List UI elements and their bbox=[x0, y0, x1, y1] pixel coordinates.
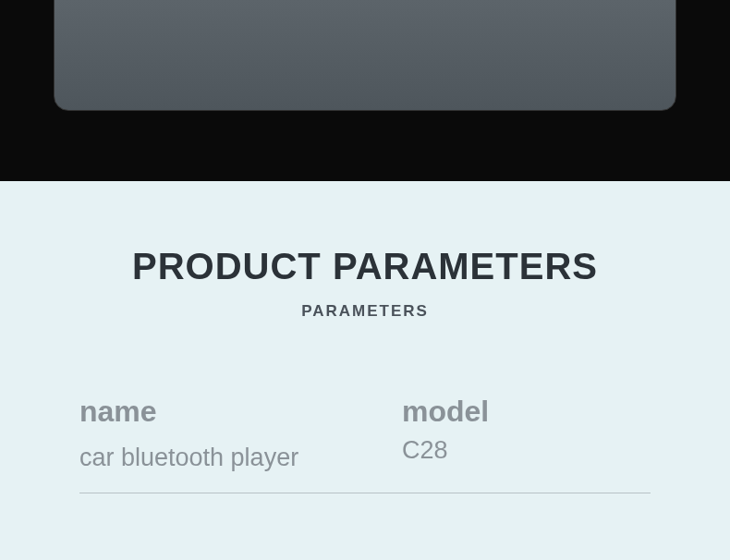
params-table: name car bluetooth player model C28 bbox=[79, 395, 651, 472]
param-col-name: name car bluetooth player bbox=[79, 395, 328, 472]
divider-line bbox=[79, 493, 651, 493]
spec-list: Bluetooth version: Bluetooth 5.0 Colour:… bbox=[377, 0, 675, 110]
section-title: PRODUCT PARAMETERS bbox=[0, 246, 730, 287]
product-image-area bbox=[55, 0, 377, 110]
param-label-model: model bbox=[402, 395, 651, 429]
param-value-name: car bluetooth player bbox=[79, 444, 328, 472]
param-col-model: model C28 bbox=[402, 395, 651, 472]
parameters-section: PRODUCT PARAMETERS PARAMETERS name car b… bbox=[0, 181, 730, 560]
section-subtitle: PARAMETERS bbox=[0, 302, 730, 321]
hero-dark-section: Bluetooth version: Bluetooth 5.0 Colour:… bbox=[0, 0, 730, 181]
param-value-model: C28 bbox=[402, 436, 651, 465]
param-label-name: name bbox=[79, 395, 328, 429]
product-card: Bluetooth version: Bluetooth 5.0 Colour:… bbox=[54, 0, 676, 111]
